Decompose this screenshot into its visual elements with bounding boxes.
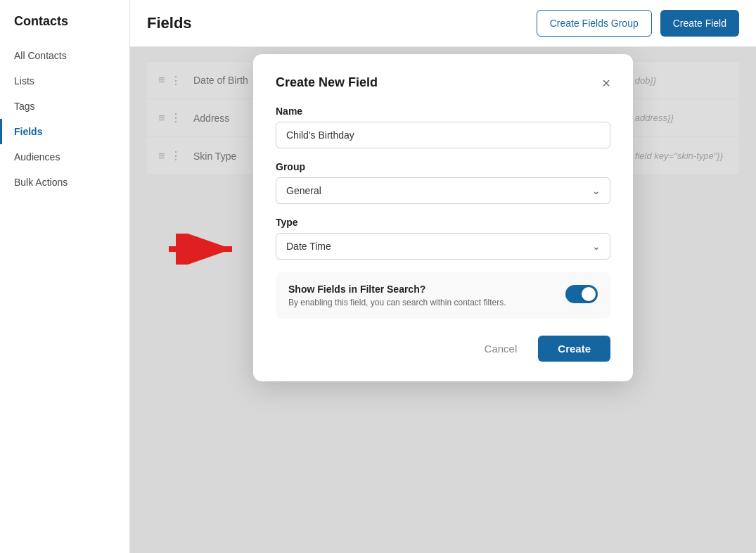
name-input[interactable] [276,122,610,148]
name-label: Name [276,106,610,117]
toggle-row: Show Fields in Filter Search? By enablin… [288,284,598,307]
toggle-section: Show Fields in Filter Search? By enablin… [276,272,610,319]
toggle-knob [582,287,596,301]
group-field-group: Group General ⌄ [276,161,610,204]
red-arrow-icon [169,234,246,265]
type-select-wrapper: Date Time ⌄ [276,233,610,260]
create-new-field-modal: Create New Field × Name Group General [253,54,633,381]
sidebar-item-all-contacts[interactable]: All Contacts [0,43,129,68]
sidebar-item-bulk-actions[interactable]: Bulk Actions [0,170,129,195]
toggle-title: Show Fields in Filter Search? [288,284,554,295]
group-label: Group [276,161,610,172]
group-select-wrapper: General ⌄ [276,177,610,204]
sidebar-item-fields[interactable]: Fields [0,119,129,144]
name-field-group: Name [276,106,610,148]
toggle-text: Show Fields in Filter Search? By enablin… [288,284,554,307]
modal-overlay: Create New Field × Name Group General [130,47,756,553]
modal-header: Create New Field × [276,75,610,90]
filter-search-toggle[interactable] [565,285,598,303]
modal-footer: Cancel Create [276,336,610,362]
table-area: ≡ ⋮ Date of Birth Date June 9, 2022 10:5… [130,47,756,553]
header-buttons: Create Fields Group Create Field [537,10,739,37]
modal-close-button[interactable]: × [602,76,610,90]
create-fields-group-button[interactable]: Create Fields Group [537,10,652,37]
main-content: Fields Create Fields Group Create Field … [130,0,756,553]
toggle-desc: By enabling this field, you can search w… [288,298,554,307]
sidebar: Contacts All Contacts Lists Tags Fields … [0,0,130,553]
group-select[interactable]: General [276,177,610,204]
sidebar-item-tags[interactable]: Tags [0,94,129,119]
page-header: Fields Create Fields Group Create Field [130,0,756,47]
sidebar-item-lists[interactable]: Lists [0,68,129,94]
create-button[interactable]: Create [538,336,610,362]
type-select[interactable]: Date Time [276,233,610,260]
sidebar-item-audiences[interactable]: Audiences [0,144,129,170]
type-field-group: Type Date Time ⌄ [276,217,610,260]
sidebar-title: Contacts [0,14,129,43]
create-field-button[interactable]: Create Field [660,10,739,37]
type-label: Type [276,217,610,228]
modal-title: Create New Field [276,75,378,90]
cancel-button[interactable]: Cancel [473,337,529,360]
page-title: Fields [147,14,192,32]
